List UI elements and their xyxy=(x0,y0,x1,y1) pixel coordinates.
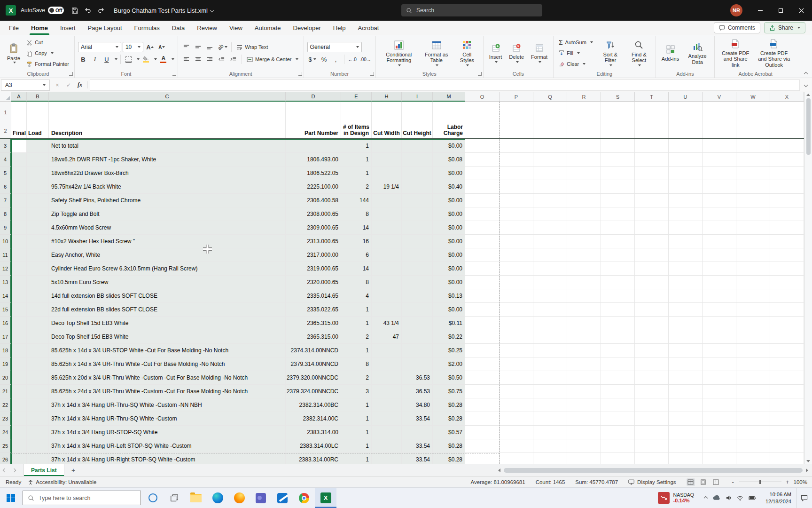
cell-R8[interactable] xyxy=(567,207,601,221)
cell-D7[interactable]: 2306.400.58 xyxy=(286,194,341,207)
cell-C13[interactable]: 5x10.5mm Euro Screw xyxy=(49,276,286,289)
cell-V6[interactable] xyxy=(703,180,736,194)
cell-B26[interactable] xyxy=(27,453,49,464)
cell-C16[interactable]: Deco Top Shelf 15d EB3 White xyxy=(49,317,286,330)
cell-M22[interactable]: $0.28 xyxy=(433,398,465,412)
column-header-U[interactable]: U xyxy=(669,92,703,102)
cell-D22[interactable]: 2382.314.00BC xyxy=(286,398,341,412)
cell-O24[interactable] xyxy=(465,426,500,439)
cell-B20[interactable] xyxy=(27,371,49,385)
cell-H18[interactable] xyxy=(372,344,402,357)
cell-T11[interactable] xyxy=(635,248,669,262)
cell-S3[interactable] xyxy=(601,139,635,153)
cell-B22[interactable] xyxy=(27,398,49,412)
cell-T16[interactable] xyxy=(635,317,669,330)
row-header-24[interactable]: 24 xyxy=(0,426,11,439)
cell-S19[interactable] xyxy=(601,357,635,371)
cell-M15[interactable]: $0.00 xyxy=(433,303,465,317)
taskbar-vscode-button[interactable] xyxy=(272,488,293,508)
cell-A4[interactable] xyxy=(11,153,27,167)
cell-B12[interactable] xyxy=(27,262,49,276)
cell-E26[interactable]: 1 xyxy=(341,453,372,464)
cell-T19[interactable] xyxy=(635,357,669,371)
cell-O18[interactable] xyxy=(465,344,500,357)
row-header-22[interactable]: 22 xyxy=(0,398,11,412)
cell-W7[interactable] xyxy=(736,194,770,207)
cell-Q4[interactable] xyxy=(533,153,567,167)
delete-cells-button[interactable]: Delete xyxy=(507,42,526,64)
cell-M24[interactable]: $0.57 xyxy=(433,426,465,439)
cell-V14[interactable] xyxy=(703,289,736,303)
document-title[interactable]: Burgo Chatham Test Parts List.xml xyxy=(114,7,213,14)
cell-H14[interactable] xyxy=(372,289,402,303)
cell-A6[interactable] xyxy=(11,180,27,194)
cell-I24[interactable] xyxy=(402,426,433,439)
cell-W5[interactable] xyxy=(736,167,770,180)
column-header-P[interactable]: P xyxy=(500,92,533,102)
cell-A16[interactable] xyxy=(11,317,27,330)
cell-A13[interactable] xyxy=(11,276,27,289)
cell-T14[interactable] xyxy=(635,289,669,303)
cell-W13[interactable] xyxy=(736,276,770,289)
cell-H10[interactable] xyxy=(372,235,402,248)
cell-B21[interactable] xyxy=(27,385,49,398)
cell-D17[interactable]: 2365.315.00 xyxy=(286,330,341,344)
align-bottom-button[interactable] xyxy=(205,42,215,52)
column-header-D[interactable]: D xyxy=(286,92,341,102)
zoom-slider-thumb[interactable] xyxy=(759,480,761,484)
cell-B8[interactable] xyxy=(27,207,49,221)
tab-view[interactable]: View xyxy=(223,21,249,35)
cell-B2[interactable]: Load xyxy=(27,123,49,138)
row-header-15[interactable]: 15 xyxy=(0,303,11,317)
cell-D25[interactable]: 2383.314.00LC xyxy=(286,439,341,453)
cell-B7[interactable] xyxy=(27,194,49,207)
autosum-button[interactable]: Σ AutoSum xyxy=(557,38,595,47)
cell-S15[interactable] xyxy=(601,303,635,317)
cell-M16[interactable]: $0.11 xyxy=(433,317,465,330)
cell-S9[interactable] xyxy=(601,221,635,235)
cell-P8[interactable] xyxy=(500,207,533,221)
cell-T25[interactable] xyxy=(635,439,669,453)
cell-Q2[interactable] xyxy=(533,123,567,138)
row-header-1[interactable]: 1 xyxy=(0,102,11,123)
cell-R21[interactable] xyxy=(567,385,601,398)
column-header-R[interactable]: R xyxy=(567,92,601,102)
cell-Q1[interactable] xyxy=(533,102,567,123)
cell-D10[interactable]: 2313.000.65 xyxy=(286,235,341,248)
cell-O17[interactable] xyxy=(465,330,500,344)
alignment-dialog-launcher[interactable] xyxy=(298,72,302,76)
cell-U17[interactable] xyxy=(669,330,703,344)
tab-automate[interactable]: Automate xyxy=(249,21,287,35)
cell-E6[interactable]: 2 xyxy=(341,180,372,194)
cell-W16[interactable] xyxy=(736,317,770,330)
cell-R12[interactable] xyxy=(567,262,601,276)
tab-review[interactable]: Review xyxy=(191,21,223,35)
cell-Q22[interactable] xyxy=(533,398,567,412)
add-sheet-button[interactable]: + xyxy=(69,466,78,475)
cell-X13[interactable] xyxy=(770,276,804,289)
column-header-O[interactable]: O xyxy=(465,92,500,102)
cell-I18[interactable] xyxy=(402,344,433,357)
cell-U2[interactable] xyxy=(669,123,703,138)
column-header-T[interactable]: T xyxy=(635,92,669,102)
cell-A20[interactable] xyxy=(11,371,27,385)
cell-U11[interactable] xyxy=(669,248,703,262)
cell-W8[interactable] xyxy=(736,207,770,221)
cell-M17[interactable]: $0.22 xyxy=(433,330,465,344)
cell-C12[interactable]: Cylinder Head Euro Screw 6.3x10.5mm (Han… xyxy=(49,262,286,276)
cell-Q17[interactable] xyxy=(533,330,567,344)
row-header-6[interactable]: 6 xyxy=(0,180,11,194)
cell-D8[interactable]: 2308.000.65 xyxy=(286,207,341,221)
cell-D11[interactable]: 2317.000.00 xyxy=(286,248,341,262)
cell-S21[interactable] xyxy=(601,385,635,398)
cell-I15[interactable] xyxy=(402,303,433,317)
cell-X17[interactable] xyxy=(770,330,804,344)
cell-O25[interactable] xyxy=(465,439,500,453)
cell-E11[interactable]: 6 xyxy=(341,248,372,262)
cell-T8[interactable] xyxy=(635,207,669,221)
cell-B1[interactable] xyxy=(27,102,49,123)
share-button[interactable]: Share xyxy=(764,22,805,33)
align-center-button[interactable] xyxy=(193,54,203,64)
cell-E25[interactable]: 1 xyxy=(341,439,372,453)
cell-A19[interactable] xyxy=(11,357,27,371)
